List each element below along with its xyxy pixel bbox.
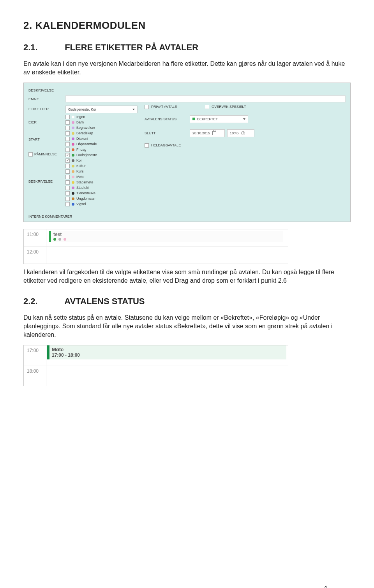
appointment-form-panel: BESKRIVELSE EMNE ETIKETTER Gudstjeneste,… <box>23 83 351 222</box>
etikett-option[interactable]: Gudstjeneste <box>65 153 106 157</box>
etikett-option[interactable]: Møte <box>65 175 106 179</box>
emne-input[interactable] <box>65 95 346 102</box>
etikett-option[interactable]: Diakoni <box>65 137 106 141</box>
event-title: Møte <box>52 347 284 352</box>
color-dot-icon <box>72 132 74 135</box>
etikett-option[interactable]: Vigsel <box>65 202 106 206</box>
etikett-label: Kor <box>76 158 82 162</box>
paragraph-3: Du kan nå sette status på en avtale. Sta… <box>23 313 351 340</box>
color-dot-icon <box>72 121 74 124</box>
color-dot-icon <box>72 192 74 195</box>
etikett-checkbox[interactable] <box>65 197 70 201</box>
etikett-checkbox[interactable] <box>65 120 70 125</box>
etikett-checkbox[interactable] <box>65 131 70 136</box>
etikett-checkbox[interactable] <box>65 115 70 119</box>
etikett-option[interactable]: Ungdomsarr <box>65 197 106 201</box>
color-dot-icon <box>72 197 74 200</box>
slutt-date-value: 28.10.2015 <box>192 131 210 135</box>
etikett-option[interactable]: Dåpssamtale <box>65 142 106 146</box>
etikett-label: Kurs <box>76 169 84 173</box>
etikett-option[interactable]: Stabsmøte <box>65 180 106 185</box>
color-dot-icon <box>72 181 74 184</box>
etikett-checkbox[interactable] <box>65 148 70 152</box>
etikett-label: Diakoni <box>76 137 88 141</box>
etikett-label: Dåpssamtale <box>76 142 97 146</box>
etikett-checkbox[interactable] <box>65 202 70 206</box>
etikett-checkbox[interactable] <box>65 175 70 179</box>
color-dot-icon <box>72 176 74 178</box>
etikett-checkbox[interactable] <box>65 169 70 174</box>
paragraph-1: En avtale kan i den nye versjonen Medarb… <box>23 60 351 77</box>
calendar-preview-1: 11:00 test 12:00 <box>23 229 288 264</box>
etikett-label: Ingen <box>76 115 85 119</box>
etikett-checkbox[interactable] <box>65 186 70 190</box>
etikett-label: Kultur <box>76 164 86 168</box>
tag-dot-icon <box>53 238 56 241</box>
clock-icon <box>241 131 245 135</box>
overvak-checkbox[interactable] <box>205 105 209 109</box>
color-dot-icon <box>72 127 74 129</box>
tag-dot-icon <box>58 238 61 241</box>
status-dropdown[interactable]: BEKREFTET <box>190 115 248 123</box>
etikett-label: Møte <box>76 175 85 179</box>
calendar-preview-2: 17:00 Møte 17:00 - 18:00 18:00 <box>23 345 288 386</box>
chevron-down-icon <box>243 118 245 120</box>
label-beskrivelse: BESKRIVELSE <box>28 87 65 92</box>
etikett-option[interactable]: Begravelser <box>65 126 106 130</box>
etikett-checkbox[interactable] <box>65 153 70 157</box>
slutt-time-input[interactable]: 10:45 <box>227 129 254 137</box>
etiketter-dropdown[interactable]: Gudstjeneste, Kor <box>65 106 138 113</box>
etikett-label: Beredskap <box>76 131 93 135</box>
etikett-option[interactable]: Kor <box>65 158 106 163</box>
etikett-label: Barn <box>76 120 84 124</box>
color-dot-icon <box>72 137 74 140</box>
subsection-1-number: 2.1. <box>23 42 62 53</box>
etikett-option[interactable]: Beredskap <box>65 131 106 136</box>
etikett-option[interactable]: Kultur <box>65 164 106 168</box>
color-dot-icon <box>72 154 74 157</box>
slutt-time-value: 10:45 <box>230 131 239 135</box>
label-interne: INTERNE KOMMENTARER <box>28 215 72 218</box>
calendar-event[interactable]: test <box>49 231 283 242</box>
color-dot-icon <box>72 148 74 151</box>
label-start: START <box>28 137 40 141</box>
etikett-checkbox[interactable] <box>65 142 70 146</box>
section-number: 2. <box>23 19 32 31</box>
status-color-icon <box>192 118 195 120</box>
etiketter-value: Gudstjeneste, Kor <box>68 107 96 111</box>
chevron-down-icon <box>132 109 135 110</box>
etikett-label: Gudstjeneste <box>76 153 97 157</box>
etikett-checkbox[interactable] <box>65 180 70 185</box>
privat-avtale-checkbox[interactable] <box>145 105 149 109</box>
etikett-checkbox[interactable] <box>65 158 70 163</box>
subsection-2-title: AVTALENS STATUS <box>64 296 145 306</box>
etikett-option[interactable]: Kurs <box>65 169 106 174</box>
subsection-2-number: 2.2. <box>23 296 62 306</box>
paminnelse-checkbox[interactable] <box>28 152 33 157</box>
label-paminnelse: PÅMINNELSE <box>34 152 57 156</box>
heldag-checkbox[interactable] <box>145 143 149 148</box>
time-label: 18:00 <box>24 366 46 386</box>
etikett-option[interactable]: Ingen <box>65 115 106 119</box>
color-dot-icon <box>72 143 74 146</box>
event-tag-dots <box>53 238 281 241</box>
etikett-checkbox[interactable] <box>65 164 70 168</box>
color-dot-icon <box>72 159 74 162</box>
event-title: test <box>53 232 281 237</box>
etikett-option[interactable]: Barn <box>65 120 106 125</box>
slutt-date-input[interactable]: 28.10.2015 <box>190 129 225 137</box>
subsection-heading-1: 2.1. FLERE ETIKETTER PÅ AVTALER <box>23 42 351 53</box>
color-dot-icon <box>72 170 74 173</box>
etikett-option[interactable]: Tjenesteuke <box>65 191 106 195</box>
etikett-label: Tjenesteuke <box>76 191 95 195</box>
etikett-option[interactable]: Studiefri <box>65 186 106 190</box>
etikett-checkbox[interactable] <box>65 137 70 141</box>
etikett-checkbox[interactable] <box>65 126 70 130</box>
color-dot-icon <box>72 165 74 167</box>
etikett-option[interactable]: Fridag <box>65 148 106 152</box>
etikett-label: Ungdomsarr <box>76 197 96 201</box>
etikett-label: Stabsmøte <box>76 180 94 184</box>
status-value: BEKREFTET <box>197 117 218 121</box>
calendar-event[interactable]: Møte 17:00 - 18:00 <box>47 345 286 359</box>
etikett-checkbox[interactable] <box>65 191 70 195</box>
